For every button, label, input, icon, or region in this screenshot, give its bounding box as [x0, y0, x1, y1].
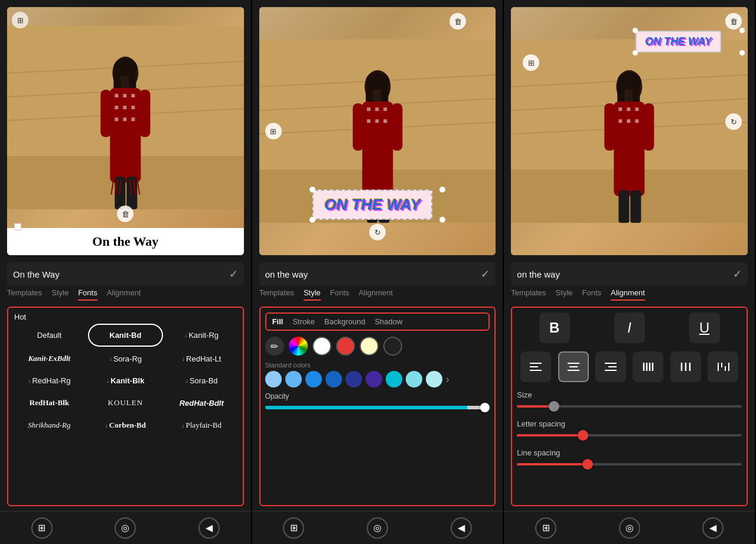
line-spacing-slider[interactable] [517, 460, 742, 469]
delete-icon-3[interactable]: 🗑 [725, 13, 742, 30]
font-kanit-blk[interactable]: ↓Kanit-Blk [88, 370, 163, 391]
bottom-back-btn-3[interactable]: ◀ [702, 517, 724, 539]
color-wheel[interactable] [289, 337, 308, 356]
font-shrikhand[interactable]: Shrikhand-Rg [12, 415, 87, 436]
align-row [517, 351, 742, 382]
corner-tl[interactable] [309, 187, 315, 193]
expand-icon-2[interactable]: ⊞ [265, 123, 282, 139]
svg-rect-66 [627, 119, 631, 123]
corner-tl-3[interactable] [633, 28, 638, 33]
download-icon-8: ↓ [182, 422, 185, 429]
align-center-btn[interactable] [558, 351, 589, 382]
font-corben-bd[interactable]: ↓Corben-Bd [88, 415, 163, 436]
corner-tr-3[interactable] [739, 28, 745, 33]
corner-tr[interactable] [439, 187, 445, 193]
confirm-icon-1[interactable]: ✓ [229, 268, 238, 281]
tab-style-2[interactable]: Style [304, 288, 321, 301]
align-left-btn[interactable] [520, 351, 551, 382]
expand-icon-1[interactable]: ⊞ [12, 12, 28, 28]
bottom-back-btn-2[interactable]: ◀ [451, 517, 472, 539]
bottom-bar-3: ⊞ ◎ ◀ [504, 511, 755, 544]
layout-col2-btn[interactable] [670, 351, 701, 382]
tab-fonts-1[interactable]: Fonts [78, 288, 97, 301]
color-dot-1[interactable] [265, 371, 282, 387]
color-white[interactable] [312, 337, 331, 356]
text-overlay-2[interactable]: ON THE WAY [312, 190, 442, 220]
font-kanit-rg[interactable]: ↓Kanit-Rg [164, 324, 239, 347]
rotate-icon-2[interactable]: ↻ [369, 224, 386, 240]
tab-templates-2[interactable]: Templates [259, 288, 294, 301]
corner-br[interactable] [439, 217, 445, 223]
tab-style-1[interactable]: Style [51, 288, 69, 301]
bold-btn[interactable]: B [539, 312, 570, 343]
rotate-icon-3[interactable]: ↻ [725, 113, 742, 130]
tab-alignment-3[interactable]: Alignment [611, 288, 645, 301]
subtab-background[interactable]: Background [324, 317, 365, 326]
color-dot-9[interactable] [426, 371, 442, 387]
style-subtabs: Fill Stroke Background Shadow [265, 312, 490, 331]
confirm-icon-3[interactable]: ✓ [733, 268, 742, 281]
bottom-circle-btn-1[interactable]: ◎ [115, 517, 136, 539]
corner-bl[interactable] [309, 217, 315, 223]
color-black[interactable] [383, 337, 402, 356]
bottom-circle-btn-2[interactable]: ◎ [367, 517, 388, 539]
font-default[interactable]: Default [12, 324, 87, 347]
tab-alignment-1[interactable]: Alignment [107, 288, 141, 301]
font-redhat-bdlt[interactable]: RedHat-BdIt [164, 392, 239, 413]
opacity-slider[interactable] [265, 403, 490, 412]
font-sora-rg[interactable]: ↓Sora-Rg [88, 348, 163, 369]
italic-btn[interactable]: I [614, 312, 645, 343]
align-right-btn[interactable] [595, 351, 626, 382]
opacity-label: Opacity [265, 392, 490, 400]
color-dot-6[interactable] [366, 371, 382, 387]
tab-templates-3[interactable]: Templates [511, 288, 546, 301]
tab-templates-1[interactable]: Templates [7, 288, 42, 301]
size-slider[interactable] [517, 402, 742, 411]
confirm-icon-2[interactable]: ✓ [481, 268, 490, 281]
text-input-2[interactable] [265, 269, 481, 279]
tabs-bar-2: Templates Style Fonts Alignment [259, 288, 496, 302]
font-playfair-bd[interactable]: ↓Playfair-Bd [164, 415, 239, 436]
download-icon-2: ↓ [109, 356, 112, 362]
subtab-stroke[interactable]: Stroke [292, 317, 315, 326]
delete-icon-1[interactable]: 🗑 [117, 206, 133, 222]
color-cream[interactable] [360, 337, 379, 356]
color-dot-8[interactable] [406, 371, 422, 387]
font-kanit-exbdlt[interactable]: Kanit-ExBdlt [12, 348, 87, 369]
layout-col1-btn[interactable] [633, 351, 663, 382]
subtab-shadow[interactable]: Shadow [374, 317, 402, 326]
font-koulen[interactable]: KOULEN [88, 392, 163, 413]
text-input-1[interactable] [13, 269, 229, 279]
bottom-grid-btn-2[interactable]: ⊞ [283, 517, 304, 539]
color-dot-2[interactable] [285, 371, 302, 387]
resize-handle-1[interactable] [14, 223, 21, 230]
tab-fonts-3[interactable]: Fonts [582, 288, 602, 301]
tab-style-3[interactable]: Style [556, 288, 573, 301]
bottom-grid-btn-1[interactable]: ⊞ [31, 517, 53, 539]
color-dot-4[interactable] [325, 371, 342, 387]
color-dot-5[interactable] [346, 371, 362, 387]
color-dot-3[interactable] [305, 371, 322, 387]
font-redhat-rg[interactable]: ↓RedHat-Rg [12, 370, 87, 391]
underline-btn[interactable]: U [689, 312, 720, 343]
tab-alignment-2[interactable]: Alignment [359, 288, 393, 301]
font-redhat-blk[interactable]: RedHat-Blk [12, 392, 87, 413]
color-dot-7[interactable] [386, 371, 402, 387]
subtab-fill[interactable]: Fill [272, 317, 284, 326]
letter-spacing-slider[interactable] [517, 431, 742, 440]
text-overlay-3[interactable]: ON THE WAY [636, 31, 742, 53]
layout-col3-btn[interactable] [708, 351, 738, 382]
color-red[interactable] [336, 337, 355, 356]
bottom-circle-btn-3[interactable]: ◎ [619, 517, 640, 539]
font-sora-bd[interactable]: ↓Sora-Bd [164, 370, 239, 391]
corner-bl-3[interactable] [633, 50, 638, 56]
text-input-3[interactable] [517, 269, 733, 279]
more-colors-arrow[interactable]: › [446, 373, 449, 386]
bottom-grid-btn-3[interactable]: ⊞ [535, 517, 556, 539]
bottom-back-btn-1[interactable]: ◀ [198, 517, 220, 539]
font-kanit-bd[interactable]: Kanit-Bd [88, 324, 163, 347]
font-redhat-lt[interactable]: ↓RedHat-Lt [164, 348, 239, 369]
eyedropper-btn[interactable]: ✏ [265, 337, 284, 356]
tab-fonts-2[interactable]: Fonts [330, 288, 350, 301]
corner-br-3[interactable] [739, 50, 745, 56]
